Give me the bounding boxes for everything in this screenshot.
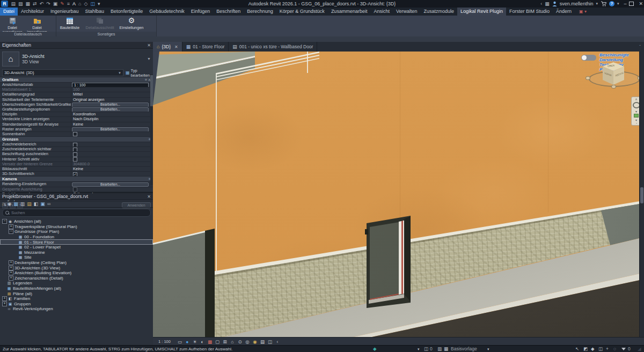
view-tab-3d[interactable]: ⌂ {3D} ✕ bbox=[153, 42, 182, 52]
close-button[interactable]: ✕ bbox=[639, 1, 643, 6]
browser-schedule-icon[interactable]: ▦ bbox=[13, 201, 18, 207]
navbar-dropdown-icon[interactable]: ▾ bbox=[635, 109, 637, 113]
resize-grip[interactable]: ◢ bbox=[638, 346, 641, 352]
tab-betonfertigteile[interactable]: Betonfertigteile bbox=[107, 8, 146, 16]
view-tab-wallbased-door[interactable]: ▤ 001 - unico xs türe - Wallbased Door bbox=[229, 42, 317, 52]
drawing-area[interactable]: Beschleunigte Darstellung Technology Pre… bbox=[153, 52, 644, 337]
worksets-icon[interactable]: ◆ bbox=[373, 346, 377, 352]
visual-style-icon[interactable]: ● bbox=[184, 339, 191, 344]
help-dropdown-icon[interactable]: ▾ bbox=[617, 2, 619, 6]
bearbeiten-button[interactable]: Bearbeiten... bbox=[72, 107, 149, 112]
new-doc-icon[interactable]: ▤ bbox=[11, 0, 16, 8]
tab-beschriften[interactable]: Beschriften bbox=[213, 8, 244, 16]
tree-item-plaene[interactable]: ▤Pläne (all) bbox=[0, 291, 153, 296]
view-scale-button[interactable]: 1 : 100 bbox=[158, 339, 171, 344]
section-grenzen[interactable]: Grenzen¤ bbox=[0, 136, 153, 142]
tree-item-building-elevation[interactable]: +Ansichten (Building Elevation) bbox=[0, 270, 153, 276]
tree-item-site[interactable]: ▦Site bbox=[0, 255, 153, 260]
bearbeiten-button[interactable]: Bearbeiten... bbox=[72, 102, 149, 107]
tab-berechnung[interactable]: Berechnung bbox=[244, 8, 276, 16]
bearbeiten-button[interactable]: Bearbeiten... bbox=[72, 127, 149, 131]
transfer-icon[interactable]: ⇄ bbox=[33, 0, 37, 8]
show-crop-icon[interactable]: ⊞ bbox=[221, 339, 229, 344]
select-pinned-icon[interactable]: ◆ bbox=[591, 346, 595, 352]
checkbox[interactable] bbox=[73, 132, 77, 136]
browser-columns-icon[interactable]: ▥ bbox=[20, 201, 25, 207]
tree-item-legenden[interactable]: ▥Legenden bbox=[0, 281, 153, 286]
tree-item-familien[interactable]: +◧Familien bbox=[0, 296, 153, 302]
user-name[interactable]: sven.mellenthin bbox=[560, 1, 594, 6]
tree-item-ansichten-all[interactable]: −◉Ansichten (all) bbox=[0, 219, 153, 224]
design-option-name[interactable]: Basisvorlage bbox=[451, 346, 477, 352]
design-options-icon[interactable]: ▥ bbox=[437, 346, 442, 352]
tab-verwalten[interactable]: Verwalten bbox=[393, 8, 421, 16]
tree-item-revit-verknuepfungen[interactable]: ∞Revit-Verknüpfungen bbox=[0, 306, 153, 312]
open-file-icon[interactable]: ▨ bbox=[18, 0, 23, 8]
compass-knob[interactable] bbox=[586, 76, 590, 80]
tab-stahlbau[interactable]: Stahlbau bbox=[82, 8, 108, 16]
tab-ingenieurbau[interactable]: Ingenieurbau bbox=[47, 8, 82, 16]
save-icon[interactable]: ▦ bbox=[26, 0, 31, 8]
temp-view-props-icon[interactable]: ▤ bbox=[259, 339, 266, 344]
tab-aendern[interactable]: Ändern bbox=[553, 8, 575, 16]
editable-only-icon[interactable]: ◫ bbox=[424, 346, 428, 352]
qat-dropdown-icon[interactable]: ▾ bbox=[98, 0, 100, 8]
navigation-bar[interactable]: ∧ ▾ ▾ ◔ bbox=[631, 97, 640, 126]
default-view-icon[interactable]: ⌂ bbox=[229, 339, 236, 344]
revit-logo-icon[interactable]: R bbox=[1, 1, 8, 7]
tab-ansicht[interactable]: Ansicht bbox=[370, 8, 393, 16]
tree-item-bauteillisten[interactable]: ▦Bauteillisten/Mengen (all) bbox=[0, 286, 153, 291]
type-selector-dropdown-icon[interactable]: ▼ bbox=[147, 57, 151, 61]
cart-icon[interactable] bbox=[601, 1, 606, 6]
accelerated-graphics-toggle[interactable] bbox=[581, 55, 596, 61]
bearbeiten-button[interactable]: Bearbeiten... bbox=[72, 182, 149, 187]
tree-item-01-store-floor[interactable]: ▦01 - Store Floor bbox=[0, 239, 153, 245]
crop-off-icon[interactable]: ▩ bbox=[206, 339, 214, 344]
tab-einfuegen[interactable]: Einfügen bbox=[188, 8, 214, 16]
crop-region-icon[interactable]: ▢ bbox=[214, 339, 221, 344]
tree-item-00-foundation[interactable]: ▦00 - Foundation bbox=[0, 234, 153, 240]
canvas-vertical-scrollbar[interactable] bbox=[639, 52, 644, 337]
text-icon[interactable]: A bbox=[72, 0, 76, 8]
reveal-hidden-icon[interactable]: ◉ bbox=[251, 339, 259, 344]
compass-knob[interactable] bbox=[611, 85, 616, 89]
restore-button[interactable] bbox=[629, 2, 634, 6]
media-record-icon[interactable]: ▣ ▾ bbox=[579, 8, 587, 16]
sun-path-icon[interactable]: ☀ bbox=[191, 339, 199, 344]
navbar-collapse-icon[interactable]: ∧ bbox=[635, 97, 637, 101]
steering-wheel-icon[interactable] bbox=[633, 102, 640, 108]
checkbox[interactable] bbox=[73, 157, 77, 162]
print-icon[interactable]: ▣ bbox=[53, 0, 58, 8]
3d-view-canvas[interactable]: Beschleunigte Darstellung Technology Pre… bbox=[153, 52, 640, 337]
display-frame-icon[interactable]: ▭ bbox=[176, 339, 184, 344]
apps-grid-icon[interactable]: ▦ bbox=[545, 1, 550, 6]
tab-gebaeudetechnik[interactable]: Gebäudetechnik bbox=[146, 8, 188, 16]
drag-elements-icon[interactable]: + bbox=[606, 346, 609, 352]
user-avatar-icon[interactable] bbox=[552, 1, 557, 6]
section-kamera[interactable]: Kamera¤ bbox=[0, 176, 153, 181]
tree-item-deckenplaene[interactable]: +Deckenpläne (Ceiling Plan) bbox=[0, 260, 153, 266]
analytical-model-icon[interactable]: ◫ bbox=[266, 339, 274, 344]
browser-search-input[interactable]: Suchen bbox=[2, 209, 151, 217]
temp-hide-icon[interactable]: ◎ bbox=[244, 339, 251, 344]
minimize-button[interactable]: – bbox=[624, 1, 626, 6]
design-option-dropdown-icon[interactable]: ▾ bbox=[487, 346, 489, 352]
edit-type-button[interactable]: ▦ Typ bearbeiten bbox=[126, 68, 151, 78]
instance-selector[interactable]: 3D-Ansicht: {3D} ▼ bbox=[2, 69, 123, 76]
tree-item-02-lower-parapet[interactable]: ▦02 - Lower Parapet bbox=[0, 245, 153, 250]
scale-input[interactable]: 1 : 100 bbox=[72, 83, 149, 87]
main-model-icon[interactable]: ▦ bbox=[444, 346, 448, 352]
tab-zusatzmodule[interactable]: Zusatzmodule bbox=[420, 8, 457, 16]
section-icon[interactable]: ◇ bbox=[84, 0, 87, 8]
undo-icon[interactable]: ↶ bbox=[40, 0, 44, 8]
browser-sheets-icon[interactable]: ▤ bbox=[27, 201, 32, 207]
redo-icon[interactable]: ↷ bbox=[46, 0, 50, 8]
type-selector[interactable]: ⌂ 3D-Ansicht 3D View ▼ bbox=[0, 49, 153, 69]
worksets-dropdown-icon[interactable]: ▾ bbox=[418, 346, 420, 352]
measure-icon[interactable]: ≡ bbox=[67, 0, 70, 8]
tree-item-mezzanine[interactable]: ▦Mezzanine bbox=[0, 250, 153, 255]
instance-dropdown-icon[interactable]: ▼ bbox=[118, 71, 121, 75]
tree-item-3d-ansichten[interactable]: +3D-Ansichten (3D View) bbox=[0, 265, 153, 270]
bauteilliste-button[interactable]: Bauteilliste bbox=[56, 16, 83, 30]
tab-forster-bim-studio[interactable]: Forster BIM Studio bbox=[506, 8, 553, 16]
